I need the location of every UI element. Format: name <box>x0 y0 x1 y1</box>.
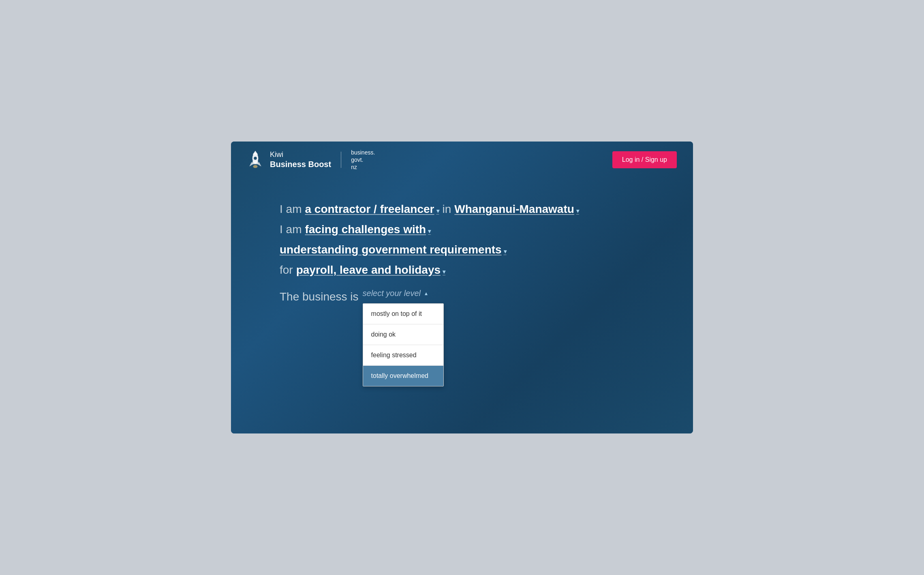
svg-rect-2 <box>252 161 259 164</box>
region-value: Whanganui-Manawatu <box>454 203 574 216</box>
sentence1-connector: in <box>443 203 451 216</box>
role-chevron-icon: ▾ <box>436 208 439 214</box>
sentence-4: for payroll, leave and holidays ▾ <box>280 264 644 277</box>
sentence-2: I am facing challenges with ▾ <box>280 223 644 236</box>
kiwi-label: Kiwi <box>270 150 331 159</box>
business-prefix: The business is <box>280 289 359 303</box>
challenge-chevron-icon: ▾ <box>428 228 431 234</box>
subtopic-chevron-icon: ▾ <box>443 268 445 275</box>
role-value: a contractor / freelancer <box>305 203 434 216</box>
region-dropdown[interactable]: Whanganui-Manawatu ▾ <box>454 203 579 216</box>
topic-dropdown[interactable]: understanding government requirements ▾ <box>280 243 507 256</box>
level-dropdown-menu: mostly on top of it doing ok feeling str… <box>363 303 444 386</box>
challenge-value: facing challenges with <box>305 223 426 236</box>
govt-logo: business.govt.nz <box>351 149 375 171</box>
select-level-placeholder: select your level <box>363 289 421 298</box>
region-chevron-icon: ▾ <box>576 208 579 214</box>
subtopic-value: payroll, leave and holidays <box>296 264 441 277</box>
level-chevron-up-icon: ▴ <box>425 290 428 296</box>
sentence1-prefix: I am <box>280 203 302 216</box>
level-select-area: select your level ▴ mostly on top of it … <box>363 289 428 298</box>
sentence-1: I am a contractor / freelancer ▾ in Whan… <box>280 203 644 216</box>
topic-value: understanding government requirements <box>280 243 502 256</box>
subtopic-dropdown[interactable]: payroll, leave and holidays ▾ <box>296 264 445 277</box>
screen-container: Kiwi Business Boost business.govt.nz Log… <box>231 142 693 433</box>
dropdown-item-feeling-stressed[interactable]: feeling stressed <box>363 345 443 366</box>
svg-point-6 <box>253 165 257 168</box>
sentence-3: understanding government requirements ▾ <box>280 243 644 256</box>
svg-point-5 <box>254 157 257 160</box>
sentence2-prefix: I am <box>280 223 302 236</box>
business-line: The business is select your level ▴ most… <box>280 289 644 303</box>
main-content: I am a contractor / freelancer ▾ in Whan… <box>231 178 693 328</box>
challenge-dropdown[interactable]: facing challenges with ▾ <box>305 223 431 236</box>
dropdown-item-mostly-on-top[interactable]: mostly on top of it <box>363 304 443 324</box>
dropdown-item-totally-overwhelmed[interactable]: totally overwhelmed <box>363 366 443 386</box>
dropdown-item-doing-ok[interactable]: doing ok <box>363 324 443 345</box>
level-select-trigger[interactable]: select your level ▴ <box>363 289 428 298</box>
login-button[interactable]: Log in / Sign up <box>612 151 677 168</box>
header: Kiwi Business Boost business.govt.nz Log… <box>231 142 693 178</box>
logo-area: Kiwi Business Boost business.govt.nz <box>247 149 375 171</box>
logo-text: Kiwi Business Boost <box>270 150 331 169</box>
rocket-icon <box>247 150 263 169</box>
logo-divider <box>341 152 341 168</box>
svg-marker-1 <box>253 151 258 154</box>
topic-chevron-icon: ▾ <box>504 248 507 255</box>
sentence4-prefix: for <box>280 264 293 277</box>
role-dropdown[interactable]: a contractor / freelancer ▾ <box>305 203 439 216</box>
business-boost-label: Business Boost <box>270 159 331 169</box>
